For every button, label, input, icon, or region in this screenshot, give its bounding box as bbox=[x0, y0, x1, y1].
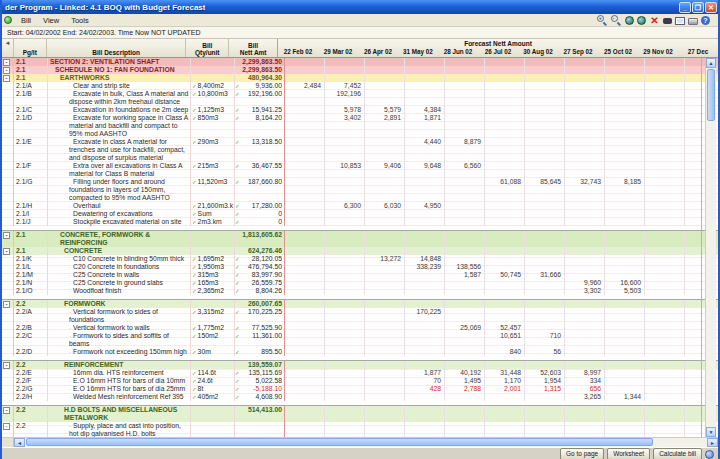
forecast-cell[interactable] bbox=[565, 247, 605, 255]
forecast-cell[interactable] bbox=[365, 324, 405, 332]
forecast-cell[interactable] bbox=[485, 406, 525, 422]
column-header-description[interactable]: Bill Description bbox=[47, 39, 186, 57]
forecast-cell[interactable] bbox=[445, 332, 485, 348]
forecast-cell[interactable] bbox=[325, 348, 365, 356]
forecast-cell[interactable] bbox=[565, 308, 605, 324]
forecast-cell[interactable] bbox=[525, 66, 565, 74]
forecast-cell[interactable] bbox=[285, 162, 325, 178]
forecast-cell[interactable] bbox=[525, 231, 565, 247]
forecast-cell[interactable] bbox=[645, 279, 685, 287]
forecast-cell[interactable] bbox=[445, 406, 485, 422]
forecast-cell[interactable] bbox=[285, 247, 325, 255]
forecast-cell[interactable]: 4,384 bbox=[405, 106, 445, 114]
menu-view[interactable]: View bbox=[37, 15, 65, 26]
forecast-date-header[interactable]: 22 Feb 02 bbox=[278, 48, 318, 57]
forecast-cell[interactable] bbox=[565, 210, 605, 218]
forecast-cell[interactable]: 6,560 bbox=[445, 162, 485, 178]
forecast-cell[interactable] bbox=[485, 300, 525, 308]
grid-row[interactable]: 2.1/L·C20 Concrete in foundations✓1,950m… bbox=[2, 263, 718, 271]
forecast-cell[interactable]: 5,503 bbox=[605, 287, 645, 295]
forecast-cell[interactable]: 1,587 bbox=[445, 271, 485, 279]
tree-collapse-icon[interactable]: - bbox=[3, 301, 10, 308]
forecast-cell[interactable] bbox=[285, 114, 325, 138]
worksheet-button[interactable]: Worksheet bbox=[607, 448, 650, 459]
forecast-cell[interactable] bbox=[565, 218, 605, 226]
forecast-cell[interactable] bbox=[525, 58, 565, 66]
grid-row[interactable]: 2.2/C·Formwork to sides and soffits of b… bbox=[2, 332, 718, 348]
forecast-cell[interactable] bbox=[525, 138, 565, 162]
tree-collapse-icon[interactable]: - bbox=[3, 232, 10, 239]
forecast-cell[interactable]: 8,879 bbox=[445, 138, 485, 162]
forecast-cell[interactable] bbox=[405, 279, 445, 287]
forecast-cell[interactable] bbox=[285, 385, 325, 393]
forecast-cell[interactable] bbox=[405, 178, 445, 202]
forecast-cell[interactable] bbox=[645, 300, 685, 308]
forecast-cell[interactable] bbox=[365, 74, 405, 82]
forecast-cell[interactable] bbox=[645, 74, 685, 82]
forecast-cell[interactable] bbox=[525, 263, 565, 271]
forecast-cell[interactable] bbox=[645, 332, 685, 348]
forecast-cell[interactable] bbox=[285, 279, 325, 287]
forecast-cell[interactable] bbox=[565, 74, 605, 82]
forecast-cell[interactable] bbox=[565, 66, 605, 74]
forecast-cell[interactable] bbox=[285, 308, 325, 324]
grid-row[interactable]: 2.2/B·Vertical formwork to walls✓1,775m2… bbox=[2, 324, 718, 332]
grid-row[interactable]: -2.1EARTHWORKS480,964.30 bbox=[2, 74, 718, 82]
grid-row[interactable]: 2.1/E·Excavate in class A material for t… bbox=[2, 138, 718, 162]
forecast-cell[interactable]: 9,406 bbox=[365, 162, 405, 178]
forecast-cell[interactable]: 14,848 bbox=[405, 255, 445, 263]
forecast-cell[interactable] bbox=[325, 263, 365, 271]
forecast-cell[interactable] bbox=[325, 324, 365, 332]
forecast-cell[interactable]: 1,170 bbox=[485, 377, 525, 385]
forecast-cell[interactable]: 8,997 bbox=[565, 369, 605, 377]
forecast-cell[interactable] bbox=[285, 393, 325, 401]
forecast-cell[interactable] bbox=[645, 162, 685, 178]
forecast-cell[interactable] bbox=[365, 82, 405, 90]
forecast-cell[interactable] bbox=[445, 287, 485, 295]
forecast-cell[interactable]: 52,457 bbox=[485, 324, 525, 332]
forecast-cell[interactable] bbox=[565, 324, 605, 332]
forecast-cell[interactable]: 4,950 bbox=[405, 202, 445, 210]
forecast-cell[interactable] bbox=[645, 178, 685, 202]
forecast-cell[interactable] bbox=[365, 271, 405, 279]
forecast-cell[interactable] bbox=[645, 82, 685, 90]
forecast-cell[interactable] bbox=[365, 66, 405, 74]
forecast-cell[interactable] bbox=[485, 90, 525, 106]
forecast-cell[interactable] bbox=[565, 361, 605, 369]
forecast-cell[interactable] bbox=[405, 210, 445, 218]
forecast-cell[interactable] bbox=[445, 218, 485, 226]
forecast-cell[interactable] bbox=[285, 178, 325, 202]
forecast-cell[interactable] bbox=[645, 138, 685, 162]
forecast-cell[interactable] bbox=[325, 406, 365, 422]
forecast-cell[interactable] bbox=[325, 271, 365, 279]
forecast-cell[interactable] bbox=[645, 90, 685, 106]
forecast-cell[interactable] bbox=[605, 58, 645, 66]
forecast-cell[interactable]: 138,556 bbox=[445, 263, 485, 271]
screen-icon[interactable] bbox=[675, 17, 685, 25]
forecast-cell[interactable] bbox=[365, 138, 405, 162]
zoom-in-icon[interactable]: + bbox=[597, 15, 608, 26]
forecast-cell[interactable] bbox=[525, 406, 565, 422]
help-icon[interactable]: ? bbox=[701, 16, 710, 25]
grid-row[interactable]: 2.2/H·Welded Mesh reinforcement Ref 395✓… bbox=[2, 393, 718, 401]
forecast-cell[interactable] bbox=[365, 422, 405, 437]
forecast-cell[interactable] bbox=[645, 348, 685, 356]
grid-row[interactable]: 2.2/D·Formwork not exceeding 150mm high✓… bbox=[2, 348, 718, 356]
forecast-cell[interactable] bbox=[445, 202, 485, 210]
forecast-cell[interactable] bbox=[525, 114, 565, 138]
forecast-cell[interactable] bbox=[565, 90, 605, 106]
forecast-cell[interactable] bbox=[525, 287, 565, 295]
forecast-cell[interactable]: 1,315 bbox=[525, 385, 565, 393]
forecast-cell[interactable] bbox=[645, 263, 685, 271]
forecast-cell[interactable] bbox=[605, 361, 645, 369]
forecast-cell[interactable]: 10,651 bbox=[485, 332, 525, 348]
forecast-cell[interactable] bbox=[645, 114, 685, 138]
forecast-cell[interactable]: 85,645 bbox=[525, 178, 565, 202]
forecast-cell[interactable] bbox=[325, 332, 365, 348]
forecast-cell[interactable] bbox=[605, 202, 645, 210]
forecast-cell[interactable] bbox=[525, 74, 565, 82]
forecast-cell[interactable] bbox=[285, 332, 325, 348]
forecast-cell[interactable] bbox=[365, 385, 405, 393]
column-header-nett-amt[interactable]: Bill Nett Amt bbox=[229, 39, 278, 57]
forecast-cell[interactable] bbox=[285, 58, 325, 66]
